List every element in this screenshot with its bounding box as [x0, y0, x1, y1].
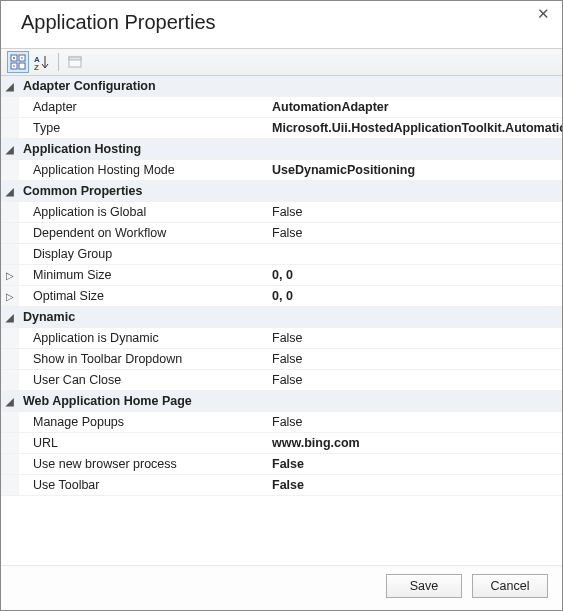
svg-rect-12	[69, 57, 81, 60]
property-label: Application is Dynamic	[19, 328, 268, 348]
expand-collapse-icon[interactable]: ▷	[6, 270, 14, 281]
save-button[interactable]: Save	[386, 574, 462, 598]
property-value[interactable]: False	[268, 475, 562, 495]
property-row[interactable]: URLwww.bing.com	[1, 433, 562, 454]
property-label: Type	[19, 118, 268, 138]
property-label: Minimum Size	[19, 265, 268, 285]
property-value[interactable]: False	[268, 454, 562, 474]
property-label: URL	[19, 433, 268, 453]
property-value[interactable]: False	[268, 412, 562, 432]
property-row[interactable]: Application is DynamicFalse	[1, 328, 562, 349]
categorized-icon	[10, 54, 26, 70]
category-header[interactable]: ◢Common Properties	[1, 181, 562, 202]
property-row[interactable]: Show in Toolbar DropdownFalse	[1, 349, 562, 370]
property-pages-icon	[67, 54, 83, 70]
property-label: Use new browser process	[19, 454, 268, 474]
category-header[interactable]: ◢Dynamic	[1, 307, 562, 328]
property-value[interactable]: False	[268, 202, 562, 222]
property-value[interactable]: Microsoft.Uii.HostedApplicationToolkit.A…	[268, 118, 562, 138]
categorized-view-button[interactable]	[7, 51, 29, 73]
property-value[interactable]: AutomationAdapter	[268, 97, 562, 117]
expand-collapse-icon[interactable]: ◢	[6, 144, 14, 155]
svg-text:Z: Z	[34, 63, 39, 70]
expand-collapse-icon[interactable]: ◢	[6, 81, 14, 92]
cancel-button[interactable]: Cancel	[472, 574, 548, 598]
expand-collapse-icon[interactable]: ◢	[6, 312, 14, 323]
property-value[interactable]: 0, 0	[268, 265, 562, 285]
property-value[interactable]: False	[268, 349, 562, 369]
property-row[interactable]: Use new browser processFalse	[1, 454, 562, 475]
property-label: Application Hosting Mode	[19, 160, 268, 180]
property-row[interactable]: AdapterAutomationAdapter	[1, 97, 562, 118]
property-row[interactable]: TypeMicrosoft.Uii.HostedApplicationToolk…	[1, 118, 562, 139]
property-label: User Can Close	[19, 370, 268, 390]
dialog-buttons: Save Cancel	[1, 565, 562, 610]
property-label: Manage Popups	[19, 412, 268, 432]
property-row[interactable]: Use ToolbarFalse	[1, 475, 562, 496]
property-label: Display Group	[19, 244, 268, 264]
property-grid[interactable]: ◢Adapter ConfigurationAdapterAutomationA…	[1, 76, 562, 565]
expand-collapse-icon[interactable]: ▷	[6, 291, 14, 302]
property-row[interactable]: Application Hosting ModeUseDynamicPositi…	[1, 160, 562, 181]
property-row[interactable]: Application is GlobalFalse	[1, 202, 562, 223]
toolbar-separator	[58, 53, 59, 71]
properties-dialog: ✕ Application Properties A Z	[0, 0, 563, 611]
alphabetical-icon: A Z	[34, 54, 50, 70]
property-row[interactable]: ▷Minimum Size0, 0	[1, 265, 562, 286]
property-value[interactable]	[268, 244, 562, 264]
property-row[interactable]: Display Group	[1, 244, 562, 265]
property-label: Dependent on Workflow	[19, 223, 268, 243]
category-label: Adapter Configuration	[19, 76, 268, 96]
dialog-title: Application Properties	[1, 1, 562, 48]
expand-collapse-icon[interactable]: ◢	[6, 186, 14, 197]
property-row[interactable]: ▷Optimal Size0, 0	[1, 286, 562, 307]
expand-collapse-icon[interactable]: ◢	[6, 396, 14, 407]
property-label: Optimal Size	[19, 286, 268, 306]
property-label: Use Toolbar	[19, 475, 268, 495]
property-label: Show in Toolbar Dropdown	[19, 349, 268, 369]
category-header[interactable]: ◢Web Application Home Page	[1, 391, 562, 412]
category-label: Web Application Home Page	[19, 391, 268, 411]
category-label: Dynamic	[19, 307, 268, 327]
property-label: Adapter	[19, 97, 268, 117]
property-value[interactable]: False	[268, 328, 562, 348]
alphabetical-view-button[interactable]: A Z	[31, 51, 53, 73]
property-row[interactable]: Dependent on WorkflowFalse	[1, 223, 562, 244]
property-grid-toolbar: A Z	[1, 48, 562, 76]
property-value[interactable]: UseDynamicPositioning	[268, 160, 562, 180]
property-row[interactable]: Manage PopupsFalse	[1, 412, 562, 433]
property-row[interactable]: User Can CloseFalse	[1, 370, 562, 391]
property-value[interactable]: False	[268, 223, 562, 243]
category-header[interactable]: ◢Application Hosting	[1, 139, 562, 160]
property-pages-button[interactable]	[64, 51, 86, 73]
property-value[interactable]: 0, 0	[268, 286, 562, 306]
close-button[interactable]: ✕	[532, 5, 554, 25]
category-label: Application Hosting	[19, 139, 268, 159]
property-label: Application is Global	[19, 202, 268, 222]
property-value[interactable]: False	[268, 370, 562, 390]
category-header[interactable]: ◢Adapter Configuration	[1, 76, 562, 97]
svg-rect-7	[19, 63, 25, 69]
property-value[interactable]: www.bing.com	[268, 433, 562, 453]
category-label: Common Properties	[19, 181, 268, 201]
